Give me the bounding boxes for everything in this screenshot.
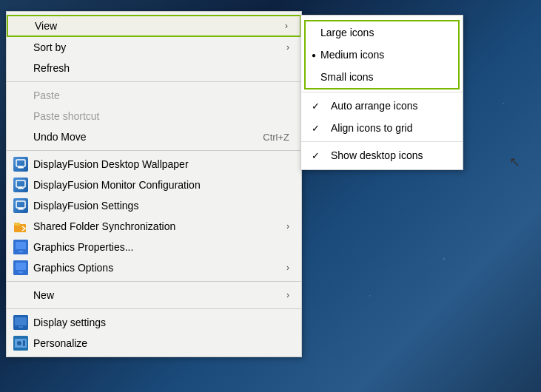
- separator-3: [7, 281, 301, 282]
- menu-item-graphics-props[interactable]: Graphics Properties...: [7, 237, 301, 257]
- svg-rect-2: [19, 166, 22, 167]
- svg-rect-16: [19, 271, 23, 273]
- svg-rect-6: [16, 201, 25, 208]
- medium-icons-bullet: ●: [312, 51, 316, 59]
- menu-item-display-settings[interactable]: Display settings: [7, 312, 301, 333]
- menu-item-paste: Paste: [7, 85, 301, 106]
- submenu-item-auto-arrange[interactable]: Auto arrange icons: [301, 95, 463, 117]
- new-arrow-icon: ›: [279, 290, 289, 300]
- menu-item-df-monitor[interactable]: DisplayFusion Monitor Configuration: [7, 175, 301, 195]
- shared-folder-icon: [13, 218, 29, 234]
- paste-label: Paste: [33, 89, 60, 101]
- svg-rect-12: [16, 242, 26, 249]
- menu-item-shared-folder[interactable]: Shared Folder Synchronization ›: [7, 216, 301, 237]
- medium-icons-label: Medium icons: [320, 49, 384, 61]
- graphics-props-icon: [13, 239, 29, 255]
- view-submenu: Large icons ● Medium icons Small icons A…: [300, 15, 463, 170]
- svg-rect-18: [15, 317, 27, 325]
- submenu-separator-1: [301, 92, 463, 92]
- svg-rect-5: [19, 187, 22, 188]
- shared-folder-label: Shared Folder Synchronization: [33, 220, 175, 232]
- menu-item-view[interactable]: View ›: [7, 15, 301, 37]
- graphics-options-label: Graphics Options: [33, 262, 113, 274]
- df-monitor-label: DisplayFusion Monitor Configuration: [33, 179, 201, 191]
- menu-item-undo-move[interactable]: Undo Move Ctrl+Z: [7, 126, 301, 147]
- svg-rect-13: [19, 251, 23, 252]
- svg-point-22: [17, 341, 21, 345]
- svg-rect-7: [18, 209, 24, 210]
- menu-item-paste-shortcut: Paste shortcut: [7, 106, 301, 126]
- submenu-item-small-icons[interactable]: Small icons: [306, 66, 458, 88]
- svg-rect-1: [18, 167, 24, 169]
- large-icons-label: Large icons: [320, 27, 374, 38]
- menu-item-new[interactable]: New ›: [7, 285, 301, 305]
- menu-item-graphics-options[interactable]: Graphics Options ›: [7, 257, 301, 278]
- graphics-props-label: Graphics Properties...: [33, 241, 133, 253]
- menu-item-df-wallpaper[interactable]: DisplayFusion Desktop Wallpaper: [7, 154, 301, 175]
- df-settings-label: DisplayFusion Settings: [33, 200, 138, 212]
- svg-rect-3: [16, 180, 25, 187]
- personalize-label: Personalize: [33, 337, 87, 349]
- svg-rect-8: [19, 208, 22, 209]
- new-label: New: [33, 289, 54, 301]
- graphics-options-icon: [13, 260, 29, 276]
- separator-2: [7, 150, 301, 151]
- context-menu-container: View › Large icons ● Medium icons Small …: [6, 11, 302, 357]
- small-icons-label: Small icons: [320, 71, 374, 83]
- menu-item-refresh[interactable]: Refresh: [7, 58, 301, 78]
- submenu-separator-2: [301, 141, 463, 142]
- display-settings-label: Display settings: [33, 317, 106, 328]
- view-label: View: [35, 20, 57, 32]
- svg-rect-23: [23, 340, 25, 346]
- svg-rect-19: [19, 326, 23, 328]
- df-wallpaper-label: DisplayFusion Desktop Wallpaper: [33, 158, 189, 170]
- df-wallpaper-icon: [13, 156, 29, 172]
- auto-arrange-label: Auto arrange icons: [331, 100, 418, 112]
- submenu-item-medium-icons[interactable]: ● Medium icons: [306, 44, 458, 66]
- undo-move-shortcut: Ctrl+Z: [241, 132, 289, 143]
- menu-item-personalize[interactable]: Personalize: [7, 333, 301, 354]
- align-icons-label: Align icons to grid: [331, 122, 413, 134]
- df-settings-icon: [13, 197, 29, 214]
- display-settings-icon: [13, 314, 29, 331]
- view-menu-wrapper: View › Large icons ● Medium icons Small …: [7, 15, 301, 37]
- menu-item-df-settings[interactable]: DisplayFusion Settings: [7, 195, 301, 216]
- sort-by-arrow-icon: ›: [279, 42, 289, 53]
- separator-1: [7, 81, 301, 82]
- svg-rect-4: [18, 188, 24, 189]
- refresh-label: Refresh: [33, 62, 70, 74]
- svg-rect-0: [16, 160, 25, 166]
- submenu-item-large-icons[interactable]: Large icons: [306, 21, 458, 44]
- menu-item-sort-by[interactable]: Sort by ›: [7, 37, 301, 58]
- view-arrow-icon: ›: [278, 21, 288, 31]
- context-menu: View › Large icons ● Medium icons Small …: [6, 11, 302, 357]
- submenu-item-show-desktop[interactable]: Show desktop icons: [301, 144, 463, 166]
- df-monitor-icon: [13, 177, 29, 193]
- icon-size-group: Large icons ● Medium icons Small icons: [304, 20, 460, 89]
- sort-by-label: Sort by: [33, 41, 66, 53]
- mouse-cursor: ↖: [509, 154, 520, 170]
- svg-rect-10: [14, 223, 20, 226]
- submenu-item-align-icons[interactable]: Align icons to grid: [301, 117, 463, 139]
- undo-move-label: Undo Move: [33, 131, 87, 143]
- paste-shortcut-label: Paste shortcut: [33, 110, 100, 122]
- svg-rect-15: [16, 263, 26, 270]
- graphics-options-arrow-icon: ›: [279, 263, 289, 273]
- shared-folder-arrow-icon: ›: [279, 221, 289, 232]
- personalize-icon: [13, 335, 29, 351]
- separator-4: [7, 308, 301, 309]
- show-desktop-label: Show desktop icons: [331, 149, 423, 161]
